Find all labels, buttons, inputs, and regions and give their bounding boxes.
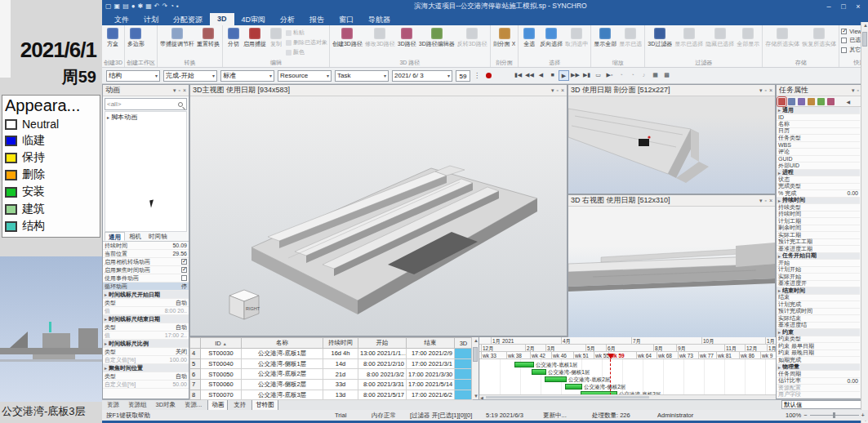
window-control-button[interactable]: × [852,2,865,11]
panel-menu-icon[interactable]: ▾ [759,87,763,94]
table-row[interactable]: 6 ST00050 公交港湾-底板2层 21d 8:00 2021/3/2 17… [190,369,473,380]
close-icon[interactable]: × [769,87,772,93]
playback-button[interactable]: ▶ [559,70,569,81]
menu-tab[interactable]: 导航器 [361,13,398,25]
toolbar-dropdown[interactable]: 完成-开始 ▾ [163,70,217,82]
ribbon-button[interactable]: 全部显示 [736,26,760,48]
property-row[interactable]: 通用 [777,107,860,114]
qat-icon[interactable]: ▣ [114,3,121,10]
animation-search[interactable] [105,98,187,110]
menu-tab[interactable]: 计划 [136,13,166,25]
section-3d-canvas[interactable] [568,96,775,194]
qat-icon[interactable]: ● [131,3,136,10]
end-header[interactable]: 结束 [407,338,455,349]
ribbon-button[interactable]: 重置转换 [196,26,220,48]
gantt-bar[interactable]: 公交港湾-底板2层 [545,376,567,382]
pin-icon[interactable]: ▫ [764,87,766,93]
property-row[interactable]: 启用聚焦时间动画 [103,266,189,274]
id-header[interactable]: ID ▲ [201,338,242,349]
playback-button[interactable]: ▶▮ [581,70,592,81]
ribbon-button[interactable]: 显示全部 [593,26,617,48]
record-icon[interactable] [486,73,492,78]
zoom-slider[interactable] [810,415,859,416]
gantt-bar[interactable]: 公交港湾-底板1层 [514,362,534,367]
zoom-control[interactable]: 100% − + [786,412,865,419]
property-tab-icon[interactable] [788,98,795,105]
pin-icon[interactable]: ▫ [556,87,558,93]
gantt-chart[interactable]: 1月 20214月7月10月1月 2 12月2月3月5月6月8月9月11月12月… [479,337,776,399]
tabs-nav-left-icon[interactable]: ◀ [846,99,850,105]
qat-icon[interactable]: ▢ [105,3,112,10]
playback-button[interactable]: ◔ [616,70,626,81]
ribbon-button[interactable]: 显示已选 [618,26,643,48]
duration-header[interactable]: 持续时间 [323,338,358,349]
ribbon-mini-button[interactable]: 粘贴 [286,29,327,37]
ribbon-button[interactable]: 方盒 [104,26,122,48]
pin-icon[interactable]: ▫ [178,87,180,93]
menu-tab[interactable]: 4D审阅 [234,13,274,25]
ribbon-mini-button[interactable]: 删除已选对象 [286,38,327,47]
zoom-in-icon[interactable]: + [861,412,865,419]
toolbar-dropdown[interactable]: 标准 ▾ [220,70,274,82]
property-row[interactable]: 评论 [777,149,860,156]
playback-button[interactable]: ◔ [627,70,638,81]
close-icon[interactable]: × [183,87,186,93]
ribbon-button[interactable]: 取消选中 [564,26,589,48]
view-cube[interactable]: RIGHT [229,290,260,319]
playback-button[interactable]: ▶▶ [570,70,581,81]
ribbon-button[interactable]: 分切 [225,26,243,48]
menu-tab[interactable]: 3D [210,13,234,25]
ribbon-button[interactable]: 反转3D路径 [456,26,488,48]
panel-menu-icon[interactable]: ▾ [173,87,176,94]
3d-header[interactable]: 3D [455,338,473,349]
menu-tab[interactable]: 窗口 [332,13,361,25]
menu-tab[interactable]: 分配资源 [166,13,210,25]
week-field[interactable]: 59 [456,70,470,82]
playback-button[interactable]: ▦ [650,70,661,81]
property-row[interactable]: 时间线标尺比例 [103,340,189,348]
start-header[interactable]: 开始 [358,338,407,349]
property-row[interactable]: 任务类型 [777,135,860,142]
toolbar-dropdown[interactable]: Task ▾ [335,70,389,82]
ribbon-button[interactable]: 带捕捉调节杆 [159,26,195,48]
checkbox-icon[interactable] [181,259,187,265]
playback-button[interactable]: ◀ [536,70,546,81]
property-row[interactable]: 类型 自动 [103,372,189,381]
table-row[interactable]: 4 ST00030 公交港湾-底板1层 16d 4h 13:00 2021/1/… [190,349,473,359]
property-row[interactable]: 循环动画 停 [103,283,189,291]
property-row[interactable]: 使用事件动画 [103,274,189,283]
toolbar-dropdown[interactable]: 结构 ▾ [106,70,160,82]
property-row[interactable]: 用户字段 [777,392,860,399]
week-spinner[interactable]: ⋮ [474,70,480,82]
ribbon-button[interactable]: 显示已选择 [674,26,704,48]
tree-item[interactable]: ▸ 脚本动画 [105,112,186,122]
3d-assignment-cell[interactable] [455,380,473,390]
property-row[interactable]: 类型 关闭 [103,348,189,356]
window-control-button[interactable]: □ [837,2,850,11]
property-row[interactable]: 时间线标尺开始日期 [103,291,189,299]
gantt-bar[interactable]: 公交港湾-侧板2层 [565,384,582,390]
property-row[interactable]: 值 17:00 2.. [103,332,189,340]
pin-icon[interactable]: ▫ [857,87,858,93]
property-row[interactable]: 类型 自动 [103,299,189,307]
qat-icon[interactable]: ◔ [170,3,174,10]
menu-tab[interactable]: 文件 [107,13,136,25]
panel-menu-icon[interactable]: ▾ [551,87,554,94]
ribbon-button[interactable]: 多边形 [127,26,145,48]
checkbox-icon[interactable] [181,267,187,273]
gantt-bar[interactable]: 公交港湾-侧板1层 [532,369,546,375]
current-time-marker[interactable] [610,359,611,395]
row-number-header[interactable] [190,338,201,349]
property-row[interactable]: 值 8:00 20.. [103,307,189,315]
menu-tab[interactable]: 分析 [273,13,302,25]
property-tab-icon[interactable] [798,98,805,105]
menu-tab[interactable]: 报告 [302,13,332,25]
animation-tree[interactable]: ▸ 脚本动画 [105,111,187,232]
ribbon-button[interactable]: 反向选择 [539,26,563,48]
qat-icon[interactable]: ↶ [154,3,160,10]
ribbon-mini-button[interactable]: 颜色 [286,48,327,56]
playback-button[interactable]: ◀◀ [524,70,535,81]
close-icon[interactable]: × [769,198,772,203]
search-input[interactable] [105,100,178,108]
qat-icon[interactable]: ↷ [162,3,168,10]
